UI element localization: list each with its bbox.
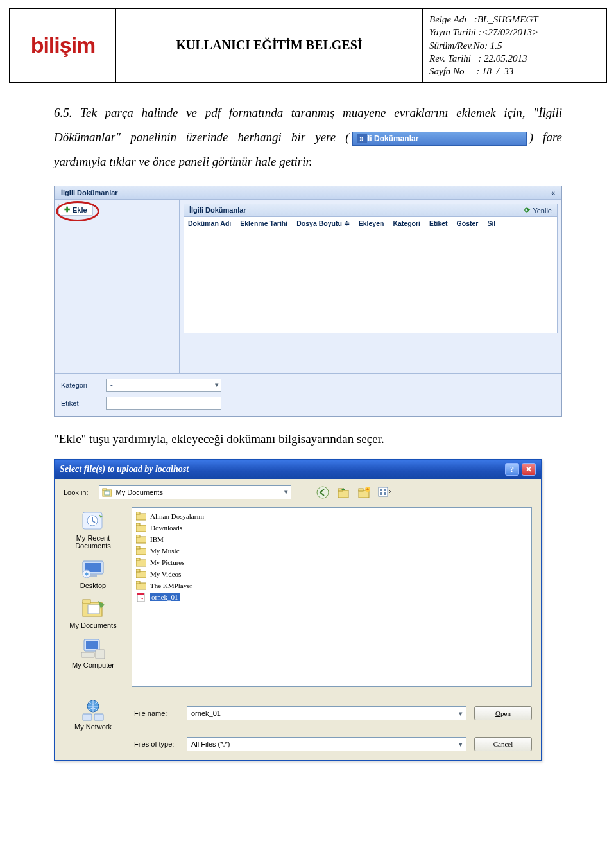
svg-rect-26 bbox=[96, 650, 105, 659]
folder-name: Downloads bbox=[150, 524, 182, 532]
svg-point-3 bbox=[317, 487, 329, 498]
recent-documents-icon bbox=[79, 508, 107, 533]
svg-rect-36 bbox=[136, 558, 140, 560]
meta-surum-value: 1.5 bbox=[490, 40, 502, 51]
meta-rev-value: 22.05.2013 bbox=[484, 53, 527, 64]
open-label-rest: pen bbox=[501, 709, 511, 717]
side-my-documents-label: My Documents bbox=[61, 621, 125, 629]
views-icon[interactable] bbox=[377, 485, 391, 499]
panel-left: ✚ Ekle bbox=[55, 200, 180, 373]
doc-title: KULLANICI EĞİTİM BELGESİ bbox=[116, 9, 423, 82]
side-recent-label: My Recent Documents bbox=[61, 534, 125, 550]
folder-icon bbox=[136, 512, 146, 521]
my-documents-icon bbox=[79, 596, 107, 620]
section-number: 6.5. bbox=[54, 106, 73, 119]
file-list[interactable]: Alınan Dosyalarım Downloads IBM My Music… bbox=[132, 507, 532, 687]
meta-yayin-label: Yayın Tarihi : bbox=[429, 27, 481, 37]
refresh-button[interactable]: ⟳Yenile bbox=[524, 206, 552, 214]
filename-value: ornek_01 bbox=[191, 709, 221, 717]
folder-item[interactable]: Downloads bbox=[136, 522, 527, 534]
kategori-value: - bbox=[110, 381, 113, 388]
meta-yayin-value: <27/02/2013> bbox=[481, 27, 538, 37]
side-my-network[interactable]: My Network bbox=[61, 695, 125, 732]
dialog-footer: My Network File name: ornek_01 Open File… bbox=[55, 691, 541, 760]
etiket-label: Etiket bbox=[61, 399, 106, 407]
svg-rect-38 bbox=[136, 569, 140, 572]
col-dosya-boyutu[interactable]: Dosya Boyutu ≑ bbox=[296, 220, 350, 227]
svg-rect-11 bbox=[384, 489, 386, 491]
right-title: İlgili Dokümanlar bbox=[189, 206, 246, 214]
file-item-selected[interactable]: ornek_01 bbox=[136, 591, 527, 603]
col-kategori[interactable]: Kategori bbox=[393, 220, 420, 227]
side-recent-documents[interactable]: My Recent Documents bbox=[61, 506, 125, 551]
folder-item[interactable]: My Music bbox=[136, 545, 527, 557]
svg-rect-10 bbox=[380, 489, 382, 491]
add-button-label: Ekle bbox=[73, 206, 87, 214]
meta-sayfa-value: 18 / 33 bbox=[482, 66, 513, 76]
open-button[interactable]: Open bbox=[474, 706, 532, 720]
kategori-combo[interactable]: - bbox=[106, 379, 221, 392]
filename-input[interactable]: ornek_01 bbox=[187, 706, 466, 720]
help-button[interactable]: ? bbox=[505, 463, 519, 476]
folder-name: Alınan Dosyalarım bbox=[150, 512, 204, 520]
filesoftype-combo[interactable]: All Files (*.*) bbox=[187, 737, 466, 751]
svg-rect-4 bbox=[338, 490, 348, 498]
svg-rect-1 bbox=[103, 489, 107, 490]
inline-panel-header[interactable]: İlgili Dokümanlar» bbox=[352, 132, 527, 146]
panel-right: İlgili Dokümanlar ⟳Yenile Doküman Adı Ek… bbox=[180, 200, 561, 373]
col-goster[interactable]: Göster bbox=[457, 220, 479, 227]
svg-rect-34 bbox=[136, 546, 140, 549]
svg-rect-21 bbox=[83, 600, 90, 603]
folder-item[interactable]: IBM bbox=[136, 534, 527, 545]
back-icon[interactable] bbox=[316, 485, 330, 499]
svg-rect-42 bbox=[137, 593, 144, 595]
svg-rect-28 bbox=[136, 512, 140, 514]
add-button[interactable]: ✚ Ekle bbox=[58, 204, 93, 216]
filesoftype-value: All Files (*.*) bbox=[191, 740, 230, 748]
col-ekleyen[interactable]: Ekleyen bbox=[359, 220, 384, 227]
svg-rect-32 bbox=[136, 535, 140, 537]
panel-titlebar[interactable]: İlgili Dokümanlar « bbox=[55, 186, 561, 200]
col-etiket[interactable]: Etiket bbox=[429, 220, 448, 227]
my-network-icon bbox=[79, 697, 107, 722]
side-desktop[interactable]: Desktop bbox=[61, 553, 125, 591]
side-my-computer[interactable]: My Computer bbox=[61, 633, 125, 670]
meta-sayfa-label: Sayfa No : bbox=[429, 66, 482, 76]
kategori-label: Kategori bbox=[61, 381, 106, 389]
folder-item[interactable]: The KMPlayer bbox=[136, 580, 527, 591]
folder-item[interactable]: Alınan Dosyalarım bbox=[136, 510, 527, 522]
panel-title: İlgili Dokümanlar bbox=[61, 189, 118, 196]
dialog-title: Select file(s) to upload by localhost bbox=[60, 464, 189, 474]
svg-rect-22 bbox=[88, 605, 99, 614]
desktop-icon bbox=[79, 556, 107, 580]
etiket-input[interactable] bbox=[106, 397, 221, 410]
cancel-button[interactable]: Cancel bbox=[474, 737, 532, 751]
svg-rect-40 bbox=[136, 581, 140, 584]
svg-rect-2 bbox=[105, 491, 110, 495]
filename-label: File name: bbox=[132, 709, 187, 717]
folder-item[interactable]: My Pictures bbox=[136, 557, 527, 568]
folder-item[interactable]: My Videos bbox=[136, 568, 527, 580]
filesoftype-label: Files of type: bbox=[132, 740, 187, 748]
related-documents-panel: İlgili Dokümanlar « ✚ Ekle İlgili Doküm bbox=[54, 186, 562, 417]
paragraph-mid: "Ekle" tuşu yardımıyla, ekleyeceği doküm… bbox=[54, 427, 562, 451]
up-folder-icon[interactable] bbox=[336, 485, 350, 499]
collapse-icon[interactable]: « bbox=[551, 189, 555, 196]
folder-name: My Music bbox=[150, 547, 180, 555]
close-button[interactable]: ✕ bbox=[522, 463, 536, 476]
panel-bottom: Kategori - Etiket bbox=[55, 373, 561, 416]
dialog-toolbar: Look in: My Documents bbox=[55, 479, 541, 503]
col-sil[interactable]: Sil bbox=[487, 220, 495, 227]
new-folder-icon[interactable] bbox=[357, 485, 371, 499]
col-dokuman-adi[interactable]: Doküman Adı bbox=[188, 220, 231, 227]
svg-rect-30 bbox=[136, 523, 140, 526]
paragraph-6-5: 6.5. Tek parça halinde ve pdf formatında… bbox=[54, 101, 562, 174]
dialog-titlebar[interactable]: Select file(s) to upload by localhost ? … bbox=[55, 460, 541, 479]
lookin-combo[interactable]: My Documents bbox=[99, 485, 291, 499]
col-eklenme-tarihi[interactable]: Eklenme Tarihi bbox=[240, 220, 287, 227]
p1d: paneli görünür hale getirir. bbox=[179, 155, 312, 168]
p1c-open: ( bbox=[345, 130, 349, 144]
folder-name: My Videos bbox=[150, 570, 181, 578]
side-my-documents[interactable]: My Documents bbox=[61, 593, 125, 630]
file-upload-dialog: Select file(s) to upload by localhost ? … bbox=[54, 459, 542, 761]
